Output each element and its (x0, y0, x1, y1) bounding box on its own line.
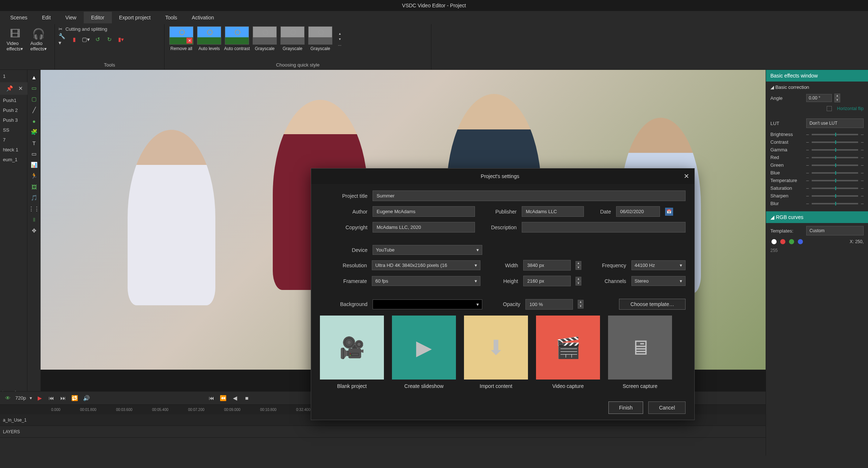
slider-gamma[interactable]: Gamma–– (770, 147, 864, 152)
scene-item-5[interactable]: Push 3 (1, 115, 26, 125)
publisher-input[interactable] (522, 206, 584, 217)
angle-spinner[interactable]: ▲▼ (834, 94, 840, 102)
framerate-select[interactable]: 60 fps▾ (372, 276, 480, 286)
menu-edit[interactable]: Edit (35, 12, 58, 23)
rgb-curves-header[interactable]: ◢ RGB curves (766, 211, 868, 223)
device-select[interactable]: YouTube▾ (373, 245, 482, 255)
tl-prev-icon[interactable]: ◀ (231, 394, 239, 402)
slider-temperature[interactable]: Temperature–– (770, 178, 864, 183)
loop-icon[interactable]: 🔁 (71, 394, 79, 402)
ellipse-icon[interactable]: ● (30, 117, 38, 125)
date-input[interactable] (616, 206, 660, 217)
width-spinner[interactable]: ▲▼ (575, 261, 581, 270)
square-icon[interactable]: ▢ (30, 95, 38, 103)
slider-red[interactable]: Red–– (770, 155, 864, 160)
text-icon[interactable]: T (30, 139, 38, 147)
effects-icon[interactable]: ⋮⋮ (30, 204, 38, 213)
slider-brightness[interactable]: Brightness–– (770, 132, 864, 137)
quick-style-0[interactable]: ✕Remove all (168, 26, 195, 51)
calendar-icon[interactable]: 📅 (665, 208, 673, 216)
author-input[interactable] (373, 206, 475, 217)
tl-stop-icon[interactable]: ■ (243, 394, 251, 402)
slider-blue[interactable]: Blue–– (770, 170, 864, 176)
line-icon[interactable]: ╱ (30, 106, 38, 114)
tl-rewind-icon[interactable]: ⏪ (219, 394, 227, 402)
template-blank-project[interactable]: 🎥Blank project (320, 316, 384, 389)
scene-item-0[interactable]: 1 (1, 71, 26, 81)
slider-saturation[interactable]: Saturation–– (770, 185, 864, 191)
quick-style-more[interactable]: … (336, 42, 343, 46)
description-input[interactable] (522, 222, 686, 233)
choose-template-button[interactable]: Choose template… (619, 299, 686, 310)
step-fwd-icon[interactable]: ⏭ (59, 394, 67, 402)
cutting-splitting-button[interactable]: ✂ Cutting and splitting (59, 26, 161, 32)
cancel-button[interactable]: Cancel (648, 401, 686, 414)
template-video-capture[interactable]: 🎬Video capture (536, 316, 600, 389)
scene-item-9[interactable]: eum_1 (1, 155, 26, 165)
opacity-spinner[interactable]: ▲▼ (578, 300, 584, 309)
tl-start-icon[interactable]: ⏮ (208, 394, 216, 402)
menu-view[interactable]: View (58, 12, 84, 23)
quick-style-4[interactable]: Grayscale (279, 26, 306, 51)
quick-style-more[interactable]: ▴ (336, 31, 343, 35)
step-back-icon[interactable]: ⏮ (48, 394, 56, 402)
copyright-input[interactable] (373, 222, 475, 233)
rectangle-icon[interactable]: ▭ (30, 84, 38, 93)
rotate-cw-icon[interactable]: ↻ (105, 35, 113, 44)
quick-style-more[interactable]: ▾ (336, 37, 343, 41)
close-panel-icon[interactable]: ✕ (16, 84, 24, 93)
scene-item-6[interactable]: SS (1, 125, 26, 135)
close-icon[interactable]: ✕ (684, 172, 689, 180)
quick-style-3[interactable]: Grayscale (252, 26, 278, 51)
finish-button[interactable]: Finish (608, 401, 643, 414)
slider-contrast[interactable]: Contrast–– (770, 139, 864, 145)
slider-sharpen[interactable]: Sharpen–– (770, 193, 864, 199)
opacity-input[interactable] (525, 299, 573, 310)
eye-icon[interactable]: 👁 (4, 394, 12, 402)
menu-scenes[interactable]: Scenes (3, 12, 35, 23)
crop-icon[interactable]: ▢▾ (82, 35, 90, 44)
curve-blue-icon[interactable] (798, 239, 803, 244)
hflip-checkbox[interactable] (827, 106, 832, 111)
scene-item-8[interactable]: hteck 1 (1, 145, 26, 155)
audio-effects-button[interactable]: 🎧 Audioeffects▾ (27, 26, 50, 53)
quick-style-5[interactable]: Grayscale (307, 26, 333, 51)
frequency-select[interactable]: 44100 Hz▾ (631, 260, 686, 270)
template-create-slideshow[interactable]: ▶Create slideshow (392, 316, 456, 389)
angle-input[interactable] (806, 94, 832, 102)
image-icon[interactable]: 🖼 (30, 182, 38, 191)
play-icon[interactable]: ▶ (36, 394, 44, 402)
slider-blur[interactable]: Blur–– (770, 201, 864, 206)
person-icon[interactable]: 🏃 (30, 171, 38, 180)
quick-style-1[interactable]: Auto levels (196, 26, 222, 51)
curve-red-icon[interactable] (780, 239, 785, 244)
scene-item-7[interactable]: 7 (1, 135, 26, 145)
layers-label[interactable]: LAYERS (0, 426, 766, 438)
puzzle-icon[interactable]: 🧩 (30, 128, 38, 136)
curve-rgb-icon[interactable] (771, 239, 777, 244)
template-screen-capture[interactable]: 🖥Screen capture (608, 316, 672, 389)
video-effects-button[interactable]: 🎞 Videoeffects▾ (4, 26, 26, 53)
menu-editor[interactable]: Editor (84, 12, 112, 23)
pointer-icon[interactable]: ▲ (30, 73, 38, 82)
resolution-select[interactable]: Ultra HD 4K 3840x2160 pixels (16▾ (372, 260, 480, 270)
marker-icon[interactable]: ▮▾ (117, 35, 125, 44)
menu-export-project[interactable]: Export project (112, 12, 158, 23)
width-input[interactable] (523, 260, 571, 271)
curve-green-icon[interactable] (789, 239, 794, 244)
template-import-content[interactable]: ⬇Import content (464, 316, 528, 389)
height-spinner[interactable]: ▲▼ (575, 277, 581, 286)
tooltip-icon[interactable]: ▭ (30, 150, 38, 158)
quick-style-2[interactable]: Auto contrast (224, 26, 250, 51)
basic-correction-section[interactable]: ◢ Basic correction (770, 84, 864, 90)
lut-select[interactable]: Don't use LUT (806, 118, 864, 128)
rotate-ccw-icon[interactable]: ↺ (94, 35, 102, 44)
audio-icon[interactable]: 🎵 (30, 193, 38, 202)
pin-icon[interactable]: 📌 (5, 84, 14, 93)
background-select[interactable]: ▾ (373, 299, 482, 309)
scene-item-4[interactable]: Push 2 (1, 105, 26, 115)
equalizer-icon[interactable]: ⫴ (30, 215, 38, 224)
menu-tools[interactable]: Tools (158, 12, 185, 23)
timeline-resolution[interactable]: 720p (15, 395, 26, 401)
height-input[interactable] (523, 276, 571, 286)
